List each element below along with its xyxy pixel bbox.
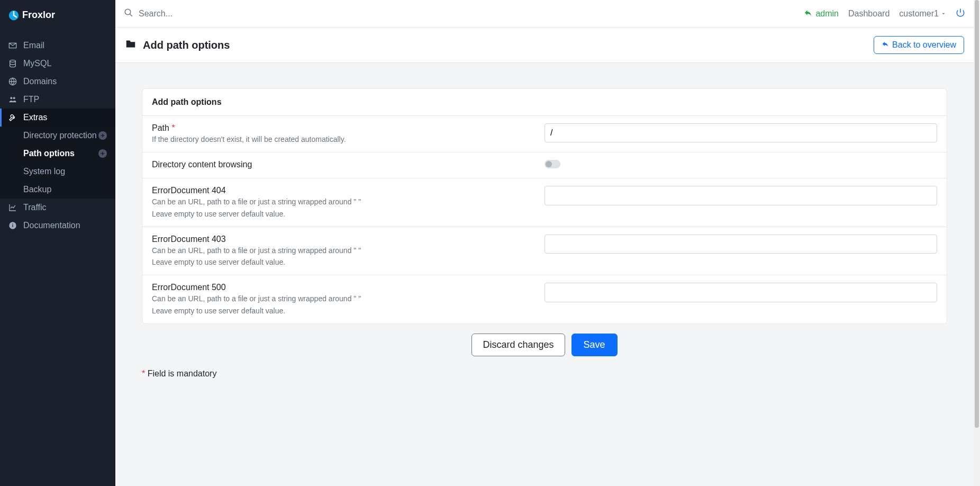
page-title: Add path options [143,39,230,51]
card-title: Add path options [142,89,947,116]
nav-label: Traffic [23,203,47,212]
discard-button[interactable]: Discard changes [471,334,565,356]
user-name: customer1 [899,9,939,19]
nav: Email MySQL Domains FTP Extras Directory… [0,30,115,235]
err403-label: ErrorDocument 403 [152,235,534,244]
globe-icon [8,77,23,86]
err403-help1: Can be an URL, path to a file or just a … [152,245,534,256]
sidebar-item-traffic[interactable]: Traffic [0,199,115,217]
nav-label: MySQL [23,59,51,68]
plus-icon[interactable] [98,149,107,158]
reply-icon [882,40,889,50]
err500-help2: Leave empty to use server default value. [152,305,534,316]
nav-label: Email [23,41,44,50]
err500-label: ErrorDocument 500 [152,283,534,292]
search-wrap [124,8,804,20]
sidebar-item-mysql[interactable]: MySQL [0,55,115,73]
sub-label: Backup [23,185,51,194]
svg-point-1 [10,60,16,62]
topbar-right: admin Dashboard customer1 [804,8,965,20]
brand[interactable]: Froxlor [0,0,115,30]
err500-help1: Can be an URL, path to a file or just a … [152,293,534,304]
folder-icon [125,38,137,52]
chart-icon [8,203,23,212]
sub-item-directory-protection[interactable]: Directory protection [0,127,115,145]
svg-text:i: i [12,223,14,228]
caret-down-icon [941,9,946,19]
froxlor-logo-icon [8,10,19,21]
search-icon [124,8,133,20]
form-row-err404: ErrorDocument 404 Can be an URL, path to… [142,178,947,227]
err403-input[interactable] [545,235,937,254]
err404-input[interactable] [545,186,937,205]
info-icon: i [8,221,23,230]
back-label: Back to overview [892,40,956,50]
save-button[interactable]: Save [571,334,618,356]
sidebar-item-documentation[interactable]: i Documentation [0,217,115,235]
content: Add path options Path * If the directory… [115,63,974,486]
form-row-err403: ErrorDocument 403 Can be an URL, path to… [142,227,947,276]
plus-icon[interactable] [98,131,107,140]
err404-help1: Can be an URL, path to a file or just a … [152,196,534,207]
path-help: If the directory doesn't exist, it will … [152,134,534,145]
scrollbar[interactable] [974,0,980,486]
topbar: admin Dashboard customer1 [115,0,974,28]
err404-help2: Leave empty to use server default value. [152,209,534,219]
form-row-browsing: Directory content browsing [142,152,947,178]
admin-text: admin [815,9,839,19]
path-input[interactable] [545,123,937,142]
sidebar-item-email[interactable]: Email [0,37,115,55]
wrench-icon [8,113,23,122]
sidebar: Froxlor Email MySQL Domains FTP Extras D… [0,0,115,486]
logout-button[interactable] [956,8,965,20]
sub-label: Path options [23,149,75,158]
back-to-overview-button[interactable]: Back to overview [874,36,964,54]
sub-label: System log [23,167,65,176]
err403-help2: Leave empty to use server default value. [152,257,534,267]
mandatory-note: * Field is mandatory [142,369,947,379]
browsing-label: Directory content browsing [152,160,534,169]
form-row-err500: ErrorDocument 500 Can be an URL, path to… [142,275,947,323]
sidebar-item-extras[interactable]: Extras [0,109,115,127]
extras-submenu: Directory protection Path options System… [0,127,115,199]
sub-item-backup[interactable]: Backup [0,181,115,199]
err500-input[interactable] [545,283,937,302]
return-admin-link[interactable]: admin [804,8,839,19]
nav-label: FTP [23,95,39,104]
sidebar-item-ftp[interactable]: FTP [0,91,115,109]
scrollbar-thumb[interactable] [975,0,979,428]
path-label: Path * [152,123,534,133]
browsing-toggle[interactable] [545,160,560,168]
user-dropdown[interactable]: customer1 [899,9,946,19]
form-row-path: Path * If the directory doesn't exist, i… [142,116,947,152]
svg-point-3 [10,97,12,99]
nav-label: Domains [23,77,57,86]
users-icon [8,95,23,104]
svg-point-7 [125,9,131,15]
action-bar: Discard changes Save [142,334,947,356]
dashboard-link[interactable]: Dashboard [848,9,890,19]
power-icon [956,8,965,20]
database-icon [8,59,23,68]
reply-icon [804,8,812,19]
svg-point-4 [13,97,15,99]
sub-item-system-log[interactable]: System log [0,163,115,181]
search-input[interactable] [139,9,350,19]
brand-text: Froxlor [22,10,55,21]
nav-label: Documentation [23,221,80,230]
sub-item-path-options[interactable]: Path options [0,145,115,163]
sidebar-item-domains[interactable]: Domains [0,73,115,91]
err404-label: ErrorDocument 404 [152,186,534,195]
envelope-icon [8,41,23,50]
sub-label: Directory protection [23,131,97,140]
page-header: Add path options Back to overview [115,28,974,63]
form-card: Add path options Path * If the directory… [142,88,947,324]
nav-label: Extras [23,113,47,122]
